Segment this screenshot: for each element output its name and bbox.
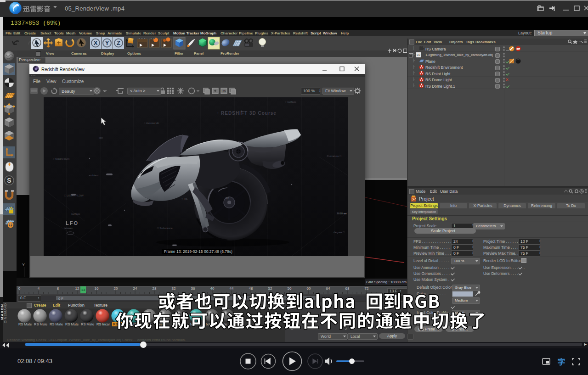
svg-text:ambient: ambient <box>89 174 99 177</box>
svg-text:○ surface: ○ surface <box>285 101 297 103</box>
svg-text:○ Aerosol dc: ○ Aerosol dc <box>144 122 159 124</box>
svg-text:W3: W3 <box>226 197 229 200</box>
svg-text:surface: surface <box>71 213 80 215</box>
svg-text:LFO: LFO <box>66 220 79 226</box>
svg-text:Z: Z <box>117 39 120 46</box>
svg-text:○ RS: ○ RS <box>181 197 188 200</box>
svg-text:degree □: degree □ <box>334 231 345 234</box>
svg-text:S: S <box>7 177 11 184</box>
svg-text:□ Substance: □ Substance <box>157 227 173 229</box>
svg-text:L0: L0 <box>417 53 420 56</box>
svg-text:between: between <box>64 227 73 229</box>
svg-text:X: X <box>94 39 98 46</box>
svg-text:2018 ■■: 2018 ■■ <box>337 212 347 215</box>
svg-text:Frame 13: 2019-02-15 00:27:49: Frame 13: 2019-02-15 00:27:49 (6.79s) <box>164 249 232 254</box>
svg-text:idle: idle <box>99 136 103 139</box>
svg-text:Y: Y <box>105 39 109 46</box>
svg-text:· REDSHIFT 3D Course: · REDSHIFT 3D Course <box>217 111 277 116</box>
svg-text:Curvature □: Curvature □ <box>327 155 341 157</box>
svg-text:○ Magnesium: ○ Magnesium <box>53 157 69 160</box>
svg-text:LW: LW <box>222 90 226 93</box>
